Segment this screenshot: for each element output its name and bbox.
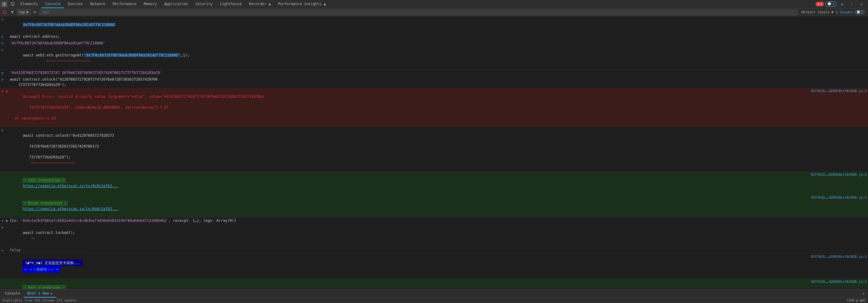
inspect-icon[interactable] — [0, 0, 8, 8]
line-prefix: < — [1, 17, 6, 22]
console-line: > await contract.unlock("412076657279207… — [0, 76, 868, 88]
tab-lighthouse[interactable]: Lighthouse — [216, 0, 245, 8]
tab-security[interactable]: Security — [192, 0, 216, 8]
console-line: > await contract.unlock("0x4120766572792… — [0, 127, 868, 172]
line-prefix: > — [1, 34, 6, 39]
error-icon: ⊗ — [1, 88, 6, 94]
console-line: > await contract.locked(); ⟵ — [0, 224, 868, 247]
bottom-tab-console[interactable]: Console — [1, 290, 24, 298]
console-output: < 0x7F8c6072679D7AAab368DF96a202aDf79C21… — [0, 16, 868, 289]
clear-console-icon[interactable]: 🚫 — [1, 9, 8, 16]
chinese-marquee: (◉*n_n◉) 正在提交关卡实例... — [23, 259, 83, 266]
console-line: < 0x7F8c6072679D7AAab368DF96a202aDf79C21… — [0, 16, 868, 33]
status-bar: Highlights from the Chrome 113 update CS… — [0, 298, 868, 303]
console-toolbar: 🚫 top ▼ 👁 Default levels ▼ 2 Issues: 💬 2 — [0, 8, 868, 16]
line-source[interactable]: 92ffb32……426918ccfb1926.js:2 — [809, 88, 867, 94]
toolbar-right: ⊗ 1 💬 2 ⚙ ⋮ ✕ — [813, 0, 868, 8]
tab-sources[interactable]: Sources — [64, 0, 87, 8]
line-prefix: < — [1, 70, 6, 76]
console-line: < false — [0, 247, 868, 254]
line-prefix: < — [1, 40, 6, 46]
status-text: Highlights from the Chrome 113 update — [2, 299, 76, 302]
issues-button[interactable]: 2 Issues: 💬 2 — [836, 10, 864, 14]
error-badge[interactable]: ⊗ 1 — [815, 2, 824, 6]
console-line: < '0x41207665727920373747 26f6e672073656… — [0, 70, 868, 76]
mined-badge: ⚡ Mined transaction ⚡ — [23, 201, 67, 205]
sent-tx-link[interactable]: https://sepolia.etherscan.io/tx/0x0c2afb… — [23, 184, 119, 188]
close-whats-new-icon[interactable]: ✕ — [50, 291, 53, 296]
more-icon[interactable]: ⋮ — [847, 0, 856, 8]
line-source[interactable]: 92ffb32……426918ccfb1926.js:1 — [809, 254, 867, 259]
close-devtools-icon[interactable]: ✕ — [857, 0, 866, 8]
context-selector[interactable]: top ▼ — [17, 9, 30, 15]
devtools-tab-bar: Elements Console Sources Network Perform… — [0, 0, 868, 8]
tab-console[interactable]: Console — [41, 0, 64, 8]
svg-rect-0 — [2, 2, 4, 4]
warning-badge[interactable]: 💬 2 — [825, 1, 837, 7]
mined-tx-link[interactable]: https://sepolia.etherscan.io/tx/0x0c2afb… — [23, 207, 119, 211]
line-prefix: > — [1, 127, 6, 133]
line-source[interactable]: 92ffb32……426918ccfb1926.js:1 — [809, 279, 867, 284]
tab-performance-insights[interactable]: Performance insights ▲ — [274, 0, 330, 8]
line-prefix: > — [1, 77, 6, 82]
line-source[interactable]: 92ffb32……426918ccfb1926.js:1 — [809, 195, 867, 200]
chinese-marquee-nav: < ＜＜请稍等＞＞ > — [23, 266, 60, 273]
tab-network[interactable]: Network — [87, 0, 109, 8]
filter-input[interactable] — [39, 10, 798, 15]
svg-rect-2 — [2, 4, 4, 6]
tab-memory[interactable]: Memory — [140, 0, 160, 8]
tab-recorder[interactable]: Recorder ▲ — [245, 0, 274, 8]
csdn-watermark: CSDN @ 编程 — [847, 299, 866, 303]
console-line: < ▶ {tx: '0x0c2afb3f881a7c8582a4d1cc0cdb… — [0, 218, 868, 224]
console-line: > await contract.address; — [0, 33, 868, 40]
default-levels: Default levels ▼ 2 Issues: 💬 2 — [799, 10, 867, 14]
sent-badge-2: ⚡ Sent transaction ⚡ — [23, 285, 65, 289]
main-tab-bar: Elements Console Sources Network Perform… — [17, 0, 813, 8]
console-line-sent: ⚡ Sent transaction ⚡ https://sepolia.eth… — [0, 172, 868, 195]
eye-icon[interactable]: 👁 — [32, 9, 38, 16]
svg-rect-3 — [4, 4, 6, 6]
line-prefix: < — [1, 218, 6, 224]
line-prefix: > — [1, 47, 6, 53]
console-line: > await web3.eth.getStorageAt("0x7F8c607… — [0, 47, 868, 70]
close-drawer-icon[interactable]: ✕ — [860, 290, 867, 297]
svg-rect-4 — [11, 2, 14, 5]
tab-performance[interactable]: Performance — [109, 0, 140, 8]
svg-rect-1 — [4, 2, 6, 4]
bottom-tab-bar: Console What's New ✕ ✕ — [0, 289, 868, 298]
line-prefix: < — [1, 247, 6, 253]
console-line: < '0x7F8c6072679D7AAab368DF96a202aDf79C2… — [0, 40, 868, 47]
bottom-tab-whats-new[interactable]: What's New ✕ — [24, 290, 57, 298]
console-line-mined: ⚡ Mined transaction ⚡ https://sepolia.et… — [0, 195, 868, 218]
console-line-marquee: (◉*n_n◉) 正在提交关卡实例... < ＜＜请稍等＞＞ > 92ffb32… — [0, 254, 868, 279]
device-toggle-icon[interactable] — [8, 0, 17, 8]
console-line-error: ⊗ ▶ Uncaught Error: invalid arrayify val… — [0, 88, 868, 127]
settings-icon[interactable]: ⚙ — [838, 0, 846, 8]
line-prefix: > — [1, 224, 6, 230]
sent-badge: ⚡ Sent transaction ⚡ — [23, 178, 65, 183]
console-line-sent-2: ⚡ Sent transaction ⚡ https://sepolia.eth… — [0, 279, 868, 289]
tab-elements[interactable]: Elements — [17, 0, 41, 8]
line-source[interactable]: 92ffb32……426918ccfb1926.js:1 — [809, 172, 867, 177]
filter-icon[interactable] — [9, 9, 16, 16]
svg-rect-5 — [12, 5, 13, 6]
tab-application[interactable]: Application — [160, 0, 191, 8]
